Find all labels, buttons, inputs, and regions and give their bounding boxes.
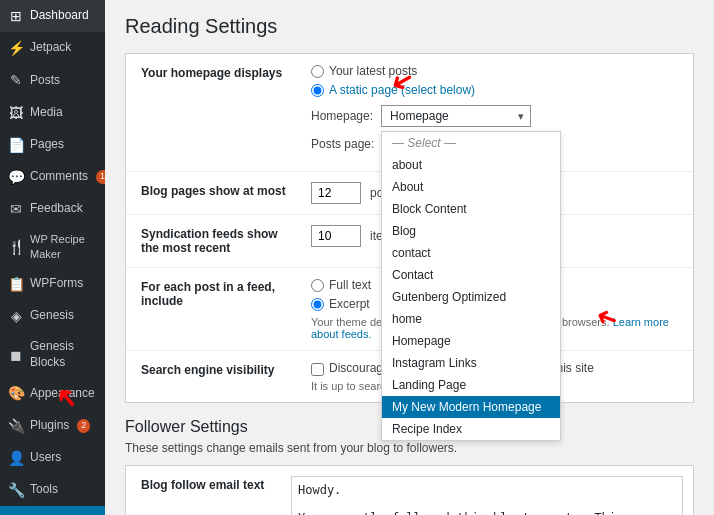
posts-icon: ✎ bbox=[8, 71, 24, 89]
users-icon: 👤 bbox=[8, 449, 24, 467]
email-text-label: Blog follow email text bbox=[126, 466, 286, 515]
sidebar-item-feedback[interactable]: ✉ Feedback bbox=[0, 193, 105, 225]
radio-static-input[interactable] bbox=[311, 84, 324, 97]
sidebar-item-genesis-blocks[interactable]: ◼ Genesis Blocks bbox=[0, 332, 105, 377]
homepage-field-label: Homepage: bbox=[311, 109, 373, 123]
sidebar-item-tools[interactable]: 🔧 Tools bbox=[0, 474, 105, 506]
radio-latest-posts-input[interactable] bbox=[311, 65, 324, 78]
radio-excerpt-input[interactable] bbox=[311, 298, 324, 311]
sidebar: ⊞ Dashboard ⚡ Jetpack ✎ Posts 🖼 Media 📄 … bbox=[0, 0, 105, 515]
email-text-value: Howdy. You recently followed this blog's… bbox=[286, 466, 693, 515]
page-title: Reading Settings bbox=[125, 15, 694, 38]
follower-settings-section: Blog follow email text Howdy. You recent… bbox=[125, 465, 694, 515]
sidebar-item-media[interactable]: 🖼 Media bbox=[0, 97, 105, 129]
dropdown-option-home[interactable]: home bbox=[382, 308, 560, 330]
sidebar-item-appearance[interactable]: 🎨 Appearance bbox=[0, 377, 105, 409]
feedback-icon: ✉ bbox=[8, 200, 24, 218]
radio-static-label: A static page (select below) bbox=[329, 83, 475, 97]
comments-badge: 171 bbox=[96, 170, 105, 184]
homepage-dropdown-popup: — Select — about About Block Content Blo… bbox=[381, 131, 561, 441]
search-engine-checkbox[interactable] bbox=[311, 363, 324, 376]
recipe-maker-icon: 🍴 bbox=[8, 238, 24, 256]
sidebar-item-wpforms[interactable]: 📋 WPForms bbox=[0, 268, 105, 300]
dropdown-option-landing[interactable]: Landing Page bbox=[382, 374, 560, 396]
tools-icon: 🔧 bbox=[8, 481, 24, 499]
homepage-dropdown-wrapper: Homepage bbox=[381, 105, 531, 127]
blog-pages-label: Blog pages show at most bbox=[126, 172, 306, 215]
wpforms-icon: 📋 bbox=[8, 275, 24, 293]
sidebar-item-settings[interactable]: ⚙ Settings bbox=[0, 506, 105, 515]
sidebar-item-genesis[interactable]: ◈ Genesis bbox=[0, 300, 105, 332]
dropdown-option-instagram[interactable]: Instagram Links bbox=[382, 352, 560, 374]
sidebar-item-posts[interactable]: ✎ Posts bbox=[0, 64, 105, 96]
static-page-link[interactable]: static page bbox=[340, 83, 398, 97]
appearance-icon: 🎨 bbox=[8, 384, 24, 402]
dropdown-option-block-content[interactable]: Block Content bbox=[382, 198, 560, 220]
dropdown-option-select[interactable]: — Select — bbox=[382, 132, 560, 154]
email-text-row: Blog follow email text Howdy. You recent… bbox=[126, 466, 693, 515]
follower-settings-table: Blog follow email text Howdy. You recent… bbox=[126, 466, 693, 515]
homepage-displays-options: Your latest posts A static page (select … bbox=[306, 54, 693, 172]
homepage-displays-label: Your homepage displays bbox=[126, 54, 306, 172]
sidebar-item-users[interactable]: 👤 Users bbox=[0, 442, 105, 474]
radio-latest-label[interactable]: Your latest posts bbox=[329, 64, 417, 78]
sidebar-item-dashboard[interactable]: ⊞ Dashboard bbox=[0, 0, 105, 32]
dropdown-option-gutenberg[interactable]: Gutenberg Optimized bbox=[382, 286, 560, 308]
radio-full-text-input[interactable] bbox=[311, 279, 324, 292]
sidebar-item-wp-recipe-maker[interactable]: 🍴 WP Recipe Maker bbox=[0, 225, 105, 268]
dropdown-option-contact[interactable]: Contact bbox=[382, 264, 560, 286]
radio-full-label[interactable]: Full text bbox=[329, 278, 371, 292]
follower-settings-desc: These settings change emails sent from y… bbox=[125, 441, 694, 455]
posts-page-label: Posts page: bbox=[311, 137, 374, 151]
homepage-select[interactable]: Homepage bbox=[381, 105, 531, 127]
plugins-icon: 🔌 bbox=[8, 417, 24, 435]
sidebar-item-pages[interactable]: 📄 Pages bbox=[0, 129, 105, 161]
reading-settings-section: Your homepage displays Your latest posts… bbox=[125, 53, 694, 403]
dashboard-icon: ⊞ bbox=[8, 7, 24, 25]
genesis-icon: ◈ bbox=[8, 307, 24, 325]
homepage-row: Homepage: Homepage bbox=[311, 105, 683, 127]
blog-pages-input[interactable] bbox=[311, 182, 361, 204]
dropdown-option-blog[interactable]: Blog bbox=[382, 220, 560, 242]
radio-static-page: A static page (select below) bbox=[311, 83, 683, 97]
dropdown-option-about[interactable]: About bbox=[382, 176, 560, 198]
genesis-blocks-icon: ◼ bbox=[8, 346, 24, 364]
radio-excerpt-label[interactable]: Excerpt bbox=[329, 297, 370, 311]
jetpack-icon: ⚡ bbox=[8, 39, 24, 57]
email-textarea[interactable]: Howdy. You recently followed this blog's… bbox=[291, 476, 683, 515]
dropdown-option-about-lower[interactable]: about bbox=[382, 154, 560, 176]
settings-table: Your homepage displays Your latest posts… bbox=[126, 54, 693, 402]
search-engine-label: Search engine visibility bbox=[126, 351, 306, 403]
syndication-input[interactable] bbox=[311, 225, 361, 247]
radio-latest-posts: Your latest posts bbox=[311, 64, 683, 78]
media-icon: 🖼 bbox=[8, 104, 24, 122]
sidebar-item-plugins[interactable]: 🔌 Plugins 2 bbox=[0, 410, 105, 442]
dropdown-option-homepage[interactable]: Homepage bbox=[382, 330, 560, 352]
homepage-dropdown-area: ➜ Homepage: Homepage — Select — bbox=[311, 105, 683, 155]
dropdown-option-recipe-index[interactable]: Recipe Index bbox=[382, 418, 560, 440]
syndication-label: Syndication feeds show the most recent bbox=[126, 215, 306, 268]
main-content: Reading Settings Your homepage displays … bbox=[105, 0, 714, 515]
pages-icon: 📄 bbox=[8, 136, 24, 154]
dropdown-option-contact-lower[interactable]: contact bbox=[382, 242, 560, 264]
dropdown-option-my-new-modern-homepage[interactable]: My New Modern Homepage bbox=[382, 396, 560, 418]
comments-icon: 💬 bbox=[8, 168, 24, 186]
feed-content-label: For each post in a feed, include bbox=[126, 268, 306, 351]
sidebar-item-jetpack[interactable]: ⚡ Jetpack bbox=[0, 32, 105, 64]
plugins-badge: 2 bbox=[77, 419, 90, 433]
homepage-displays-row: Your homepage displays Your latest posts… bbox=[126, 54, 693, 172]
sidebar-item-comments[interactable]: 💬 Comments 171 bbox=[0, 161, 105, 193]
